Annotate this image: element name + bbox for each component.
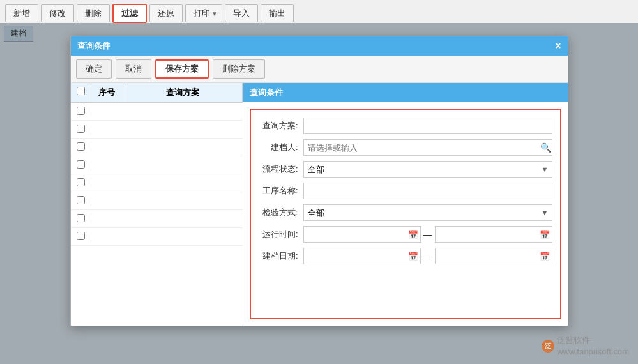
query-form: 查询方案: 建档人: 🔍 <box>250 109 561 319</box>
create-date-end-input[interactable] <box>435 248 552 264</box>
flow-status-label: 流程状态: <box>259 163 303 175</box>
header-checkbox-col <box>71 83 91 102</box>
process-name-label: 工序名称: <box>259 185 303 197</box>
query-plan-row: 查询方案: <box>259 118 552 134</box>
row-checkbox[interactable] <box>77 196 85 204</box>
print-button[interactable]: 打印 ▼ <box>185 4 222 22</box>
print-arrow-icon: ▼ <box>211 10 218 17</box>
restore-button[interactable]: 还原 <box>149 4 183 22</box>
watermark-logo: 泛 <box>542 340 554 353</box>
row-checkbox[interactable] <box>77 214 85 222</box>
export-button[interactable]: 输出 <box>261 4 294 22</box>
process-name-input[interactable] <box>303 183 552 199</box>
modal-body: 序号 查询方案 <box>71 83 568 326</box>
check-method-row: 检验方式: 全部 抽检 全检 ▼ <box>259 204 552 221</box>
modal-header: 查询条件 × <box>71 36 568 56</box>
delete-plan-button[interactable]: 删除方案 <box>213 59 265 79</box>
right-panel: 查询条件 查询方案: 建档人: <box>243 83 568 326</box>
list-row <box>71 228 243 246</box>
create-date-separator: — <box>423 251 432 261</box>
modal-title: 查询条件 <box>77 40 110 52</box>
list-row <box>71 139 243 156</box>
filter-button[interactable]: 过滤 <box>112 4 147 23</box>
create-date-row: 建档日期: 📅 — 📅 <box>259 248 552 264</box>
row-checkbox[interactable] <box>77 232 85 240</box>
close-icon[interactable]: × <box>555 41 561 51</box>
edit-button[interactable]: 修改 <box>41 4 74 22</box>
creator-search-icon[interactable]: 🔍 <box>540 142 551 153</box>
select-all-checkbox[interactable] <box>77 87 85 95</box>
import-button[interactable]: 导入 <box>225 4 258 22</box>
delete-button[interactable]: 删除 <box>77 4 110 22</box>
query-modal: 查询条件 × 确定 取消 保存方案 删除方案 序号 查询方案 <box>70 36 568 326</box>
check-method-select[interactable]: 全部 抽检 全检 <box>303 204 552 221</box>
create-date-end-calendar-icon[interactable]: 📅 <box>540 252 550 261</box>
header-seq-col: 序号 <box>91 83 123 102</box>
add-button[interactable]: 新增 <box>5 4 38 22</box>
list-row <box>71 103 243 121</box>
row-checkbox[interactable] <box>77 142 85 151</box>
creator-input[interactable] <box>303 139 552 156</box>
list-row <box>71 174 243 192</box>
process-name-row: 工序名称: <box>259 183 552 199</box>
list-header: 序号 查询方案 <box>71 83 243 103</box>
modal-overlay: 查询条件 × 确定 取消 保存方案 删除方案 序号 查询方案 <box>0 23 638 364</box>
watermark: 泛 泛普软件 www.fanpusoft.com <box>542 335 629 358</box>
check-method-label: 检验方式: <box>259 207 303 218</box>
list-row <box>71 156 243 174</box>
run-time-row: 运行时间: 📅 — 📅 <box>259 226 552 243</box>
run-time-start-input[interactable] <box>303 226 421 243</box>
run-time-end-input[interactable] <box>435 226 552 243</box>
watermark-text: 泛普软件 www.fanpusoft.com <box>557 335 629 358</box>
left-panel: 序号 查询方案 <box>71 83 243 326</box>
run-time-start-calendar-icon[interactable]: 📅 <box>408 230 418 239</box>
list-row <box>71 192 243 210</box>
list-row <box>71 121 243 139</box>
creator-label: 建档人: <box>259 142 303 153</box>
list-row <box>71 210 243 228</box>
header-plan-col: 查询方案 <box>123 83 243 102</box>
row-checkbox[interactable] <box>77 107 85 115</box>
flow-status-row: 流程状态: 全部 进行中 已完成 已取消 ▼ <box>259 161 552 178</box>
row-checkbox[interactable] <box>77 125 85 133</box>
row-checkbox[interactable] <box>77 160 85 169</box>
query-plan-input[interactable] <box>303 118 552 134</box>
right-panel-header: 查询条件 <box>243 83 568 102</box>
run-time-label: 运行时间: <box>259 229 303 240</box>
run-time-separator: — <box>423 229 432 239</box>
creator-row: 建档人: 🔍 <box>259 139 552 156</box>
cancel-button[interactable]: 取消 <box>116 59 151 79</box>
list-rows <box>71 103 243 326</box>
confirm-button[interactable]: 确定 <box>76 59 112 79</box>
create-date-start-calendar-icon[interactable]: 📅 <box>408 252 418 261</box>
query-plan-label: 查询方案: <box>259 120 303 132</box>
create-date-start-input[interactable] <box>303 248 421 264</box>
run-time-end-calendar-icon[interactable]: 📅 <box>540 230 550 239</box>
row-checkbox[interactable] <box>77 178 85 186</box>
flow-status-select[interactable]: 全部 进行中 已完成 已取消 <box>303 161 552 178</box>
save-plan-button[interactable]: 保存方案 <box>155 59 209 79</box>
modal-toolbar: 确定 取消 保存方案 删除方案 <box>71 56 568 83</box>
create-date-label: 建档日期: <box>259 250 303 262</box>
